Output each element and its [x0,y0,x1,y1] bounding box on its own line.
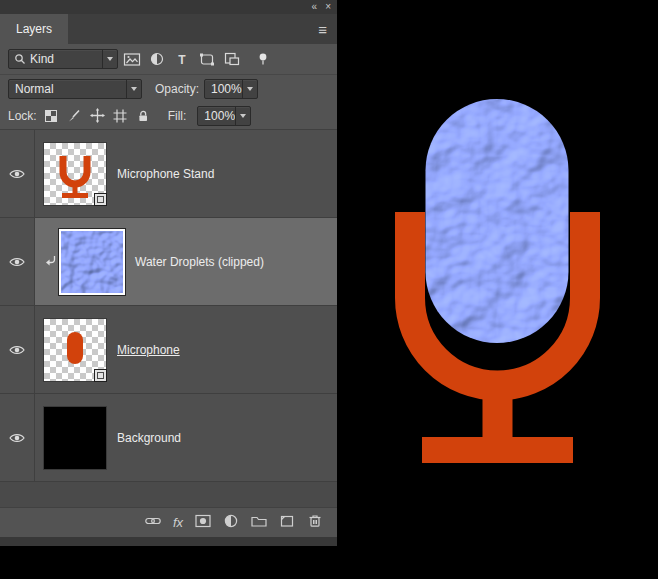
layers-panel: « × Layers ≡ Kind [0,0,337,546]
lock-transparent-pixels-button[interactable] [43,106,60,126]
microphone-artwork [337,0,658,579]
opacity-value: 100% [211,82,242,96]
toggle-pin-icon [256,52,270,67]
artboard-icon [113,109,127,123]
fill-input[interactable]: 100% [197,106,251,126]
filter-pixel-layers-button[interactable] [121,49,143,69]
trash-icon [307,513,323,529]
lock-label: Lock: [8,109,37,123]
half-circle-icon [149,51,165,67]
layer-row-water-droplets[interactable]: Water Droplets (clipped) [0,218,337,306]
type-icon: T [174,51,190,67]
layer-thumbnail[interactable] [59,229,125,295]
lock-all-button[interactable] [135,106,152,126]
chevron-down-icon [131,87,137,91]
layer-name[interactable]: Water Droplets (clipped) [135,255,264,269]
blend-mode-value: Normal [15,82,54,96]
canvas[interactable] [337,0,658,579]
eye-icon [9,256,25,268]
layer-style-button[interactable]: fx [173,515,183,530]
brush-icon [67,109,81,123]
lock-image-pixels-button[interactable] [66,106,83,126]
close-panel-icon[interactable]: × [325,0,331,14]
layer-thumbnail[interactable] [43,318,107,382]
blend-row: Normal Opacity: 100% [0,75,337,102]
layer-row-background[interactable]: Background [0,394,337,482]
layer-thumbnail[interactable] [43,406,107,470]
smart-object-badge-icon [94,369,107,382]
mask-icon [195,513,211,529]
water-droplets-thumbnail-art [61,231,123,293]
chevron-down-icon [240,114,246,118]
smart-object-badge-icon [94,193,107,206]
filter-kind-dropdown[interactable]: Kind [8,49,118,69]
filter-shape-layers-button[interactable] [196,49,218,69]
visibility-toggle[interactable] [0,394,35,481]
new-adjustment-layer-button[interactable] [223,513,239,532]
visibility-toggle[interactable] [0,218,35,305]
link-layers-button[interactable] [145,513,161,532]
layer-name[interactable]: Background [117,431,181,445]
clipping-mask-arrow-icon [45,255,57,268]
fill-value: 100% [204,109,235,123]
panel-tab-bar: Layers ≡ [0,14,337,44]
filter-toggle-switch[interactable] [252,49,274,69]
chevron-down-icon [107,57,113,61]
delete-layer-button[interactable] [307,513,323,532]
filter-adjustment-layers-button[interactable] [146,49,168,69]
link-icon [145,513,161,529]
panel-titlebar: « × [0,0,337,14]
smart-object-icon [224,51,240,67]
eye-icon [9,432,25,444]
svg-text:T: T [178,53,186,67]
new-group-button[interactable] [251,513,267,532]
image-icon [123,52,141,67]
filter-smart-objects-button[interactable] [221,49,243,69]
shape-icon [199,52,215,67]
tab-layers[interactable]: Layers [0,14,68,44]
layer-list: Microphone Stand [0,129,337,507]
layer-name[interactable]: Microphone [117,343,180,357]
blend-mode-dropdown[interactable]: Normal [8,79,142,99]
collapse-panel-icon[interactable]: « [312,0,318,14]
filter-kind-label: Kind [30,52,98,66]
move-icon [90,108,105,123]
panel-footer: fx [0,507,337,537]
water-droplets-texture [426,99,569,343]
microphone-stand-stem [483,382,513,440]
eye-icon [9,344,25,356]
eye-icon [9,168,25,180]
search-icon [14,53,26,65]
layer-row-microphone[interactable]: Microphone [0,306,337,394]
opacity-label: Opacity: [155,82,199,96]
padlock-icon [136,109,150,123]
checkerboard-icon [44,109,58,123]
new-layer-button[interactable] [279,513,295,532]
layer-name[interactable]: Microphone Stand [117,167,214,181]
chevron-down-icon [247,87,253,91]
layer-filter-row: Kind T [0,44,337,75]
opacity-input[interactable]: 100% [204,79,258,99]
lock-position-button[interactable] [89,106,106,126]
visibility-toggle[interactable] [0,130,35,217]
adjustment-icon [223,513,239,529]
filter-type-layers-button[interactable]: T [171,49,193,69]
add-layer-mask-button[interactable] [195,513,211,532]
visibility-toggle[interactable] [0,306,35,393]
lock-artboard-button[interactable] [112,106,129,126]
new-layer-icon [279,513,295,529]
panel-bottom-edge [0,537,337,546]
panel-menu-icon[interactable]: ≡ [308,14,337,44]
microphone-stand-base [422,437,573,463]
layer-thumbnail[interactable] [43,142,107,206]
fill-label: Fill: [168,109,187,123]
folder-icon [251,513,267,529]
layer-row-microphone-stand[interactable]: Microphone Stand [0,130,337,218]
lock-row: Lock: [0,102,337,129]
